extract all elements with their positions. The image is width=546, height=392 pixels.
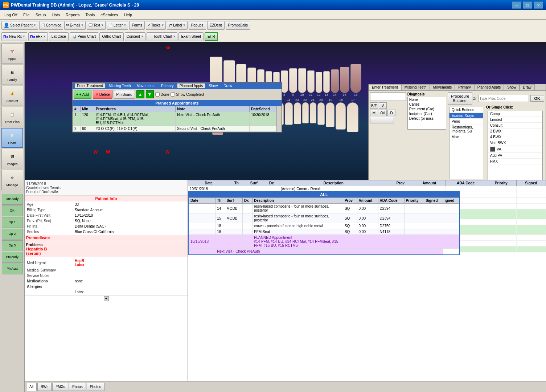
- sidebar-item-phasst[interactable]: Ph Asst: [2, 264, 23, 274]
- tab-planned-appts-right[interactable]: Planned Appts: [474, 84, 504, 90]
- table-scrollbar[interactable]: [276, 106, 282, 132]
- popups-button[interactable]: Popups: [189, 21, 206, 30]
- sidebar-item-op2[interactable]: Op 2: [2, 229, 23, 240]
- exam-sheet-button[interactable]: Exam Sheet: [178, 32, 203, 41]
- erx-button[interactable]: Rx eRx ▼: [28, 32, 48, 41]
- move-down-button[interactable]: ▼: [146, 90, 154, 98]
- tab-show[interactable]: Show: [504, 84, 520, 90]
- single-limited[interactable]: Limited: [488, 117, 542, 123]
- oi-button[interactable]: O/I: [379, 110, 387, 116]
- sidebar-item-ptready[interactable]: PtReady: [2, 252, 23, 263]
- single-vertbwx[interactable]: Vert BWX: [488, 140, 542, 146]
- sidebar-item-treat-plan[interactable]: 📋 Treat Plan: [1, 107, 23, 127]
- v-button[interactable]: V: [379, 102, 387, 109]
- tab-photos[interactable]: Photos: [87, 383, 104, 391]
- sidebar-item-op3[interactable]: Op 3: [2, 240, 23, 251]
- m-button[interactable]: M: [370, 110, 378, 116]
- move-up-button[interactable]: ▲: [136, 90, 144, 98]
- diag-defect[interactable]: Defect (or miss: [408, 116, 446, 121]
- show-completed-checkbox[interactable]: [171, 92, 175, 97]
- menu-tools[interactable]: Tools: [83, 12, 98, 18]
- select-patient-button[interactable]: 👤 Select Patient ▼: [1, 21, 38, 30]
- tab-missing-teeth[interactable]: Missing Teeth: [401, 84, 430, 90]
- single-pa[interactable]: PA: [488, 146, 542, 153]
- menu-help[interactable]: Help: [121, 12, 135, 18]
- type-proc-code-input[interactable]: [478, 95, 529, 102]
- add-button[interactable]: + + Add: [74, 90, 91, 99]
- tasks-button[interactable]: ✓ Tasks ▼: [146, 21, 166, 30]
- single-4bwx[interactable]: 4 BWX: [488, 134, 542, 140]
- ehr-button[interactable]: EHR: [205, 32, 218, 41]
- menu-eservices[interactable]: eServices: [98, 12, 121, 18]
- single-comp[interactable]: Comp: [488, 111, 542, 117]
- ok-button[interactable]: OK: [530, 95, 545, 102]
- minimize-button[interactable]: ─: [512, 1, 521, 9]
- overlay-tab-primary[interactable]: Primary: [159, 83, 176, 88]
- sidebar-item-family[interactable]: 👨‍👩‍👧 Family: [1, 65, 23, 85]
- table-row[interactable]: 18 PFM Seat SQ 0.00 N4118: [189, 229, 459, 235]
- overlay-tab-missing[interactable]: Missing Teeth: [107, 83, 133, 88]
- tab-enter-treatment[interactable]: Enter Treatment: [369, 84, 401, 90]
- overlay-tab-movements[interactable]: Movements: [135, 83, 158, 88]
- overlay-tab-enter[interactable]: Enter Treatment: [75, 83, 105, 88]
- single-consult[interactable]: Consult: [488, 123, 542, 128]
- table-row[interactable]: 15 MODB resin-based composite - four or …: [189, 213, 459, 223]
- procedure-buttons-list[interactable]: Quick Buttons Exams, Xrays Perio Restora…: [449, 107, 483, 179]
- pin-board-button[interactable]: Pin Board: [114, 90, 135, 99]
- blank-button[interactable]: [370, 117, 394, 123]
- table-row[interactable]: 10/15/2018 PLANNED Appointment#14-PFM, #…: [189, 235, 459, 249]
- single-add-pa[interactable]: Add PA: [488, 153, 542, 159]
- table-row[interactable]: 1 120 #14-PFM, #14-BU, #14-RCTMol,#14-PF…: [73, 112, 282, 126]
- tab-movements[interactable]: Movements: [430, 84, 455, 90]
- tab-primary[interactable]: Primary: [455, 84, 474, 90]
- tooth-chart-button[interactable]: 🦷 Tooth Chart ▼: [147, 32, 178, 41]
- overlay-tab-planned[interactable]: Planned Appts: [177, 83, 205, 88]
- window-controls[interactable]: ─ □ ✕: [512, 1, 543, 9]
- tab-all[interactable]: All: [26, 383, 37, 391]
- diag-incipient[interactable]: Incipient (Car): [408, 111, 446, 116]
- menu-setup[interactable]: Setup: [33, 12, 49, 18]
- promptcalls-button[interactable]: PromptCalls: [226, 21, 250, 30]
- perio-chart-button[interactable]: 📊 Perio Chart: [70, 32, 99, 41]
- labcase-button[interactable]: LabCase: [49, 32, 69, 41]
- sidebar-item-appts[interactable]: 📅 Appts: [1, 44, 23, 64]
- new-rx-button[interactable]: Rx New Rx ▼: [1, 32, 27, 41]
- consent-button[interactable]: Consent ▼: [125, 32, 145, 41]
- overlay-tab-draw[interactable]: Draw: [221, 83, 234, 88]
- tab-draw[interactable]: Draw: [520, 84, 534, 90]
- sidebar-item-account[interactable]: 💰 Account: [1, 86, 23, 106]
- proc-perio[interactable]: Perio: [449, 119, 483, 124]
- proc-misc[interactable]: Misc: [449, 134, 483, 140]
- sidebar-item-manage[interactable]: ⚙ Manage: [1, 170, 23, 190]
- label-button[interactable]: 🏷 Label ▼: [167, 21, 187, 30]
- sidebar-item-chart[interactable]: 🦷 Chart: [1, 128, 23, 148]
- letter-button[interactable]: 📄 Letter ▼: [107, 21, 128, 30]
- single-fmx[interactable]: FMX: [488, 159, 542, 164]
- menu-reports[interactable]: Reports: [63, 12, 83, 18]
- close-button[interactable]: ✕: [534, 1, 543, 9]
- commlog-button[interactable]: 📋 Commlog: [39, 21, 63, 30]
- menu-lists[interactable]: Lists: [49, 12, 63, 18]
- diag-recurrent[interactable]: Recurrent (Car): [408, 107, 446, 111]
- d-button[interactable]: D: [387, 110, 395, 116]
- scroll-down-indicator[interactable]: ▼: [104, 296, 109, 301]
- maximize-button[interactable]: □: [523, 1, 532, 9]
- diagnosis-list[interactable]: None Caries Recurrent (Car) Incipient (C…: [407, 97, 446, 130]
- ezdent-button[interactable]: EZDent: [207, 21, 225, 30]
- sidebar-item-images[interactable]: 🖼 Images: [1, 149, 23, 169]
- ortho-chart-button[interactable]: Ortho Chart: [99, 32, 123, 41]
- proc-quick-buttons[interactable]: Quick Buttons: [449, 107, 483, 113]
- forms-button[interactable]: Forms: [129, 21, 144, 30]
- table-row[interactable]: 14 MODB resin-based composite - four or …: [189, 204, 459, 213]
- table-row[interactable]: 2 60 #3-O-C1(P), #19-O-C1(P) Second Visi…: [73, 126, 282, 132]
- email-button[interactable]: ✉ E-mail ▼: [64, 21, 85, 30]
- diag-caries[interactable]: Caries: [408, 102, 446, 107]
- sidebar-item-drready[interactable]: DrReady: [2, 194, 23, 205]
- menu-file[interactable]: File: [20, 12, 33, 18]
- sidebar-item-op1[interactable]: Op 1: [2, 217, 23, 228]
- text-button[interactable]: 💬 Text ▼: [87, 21, 106, 30]
- table-row[interactable]: Next Visit - Check PreAuth: [189, 249, 459, 254]
- done-checkbox[interactable]: [155, 92, 160, 97]
- bf-button[interactable]: B/F: [370, 102, 378, 109]
- overlay-tab-show[interactable]: Show: [206, 83, 220, 88]
